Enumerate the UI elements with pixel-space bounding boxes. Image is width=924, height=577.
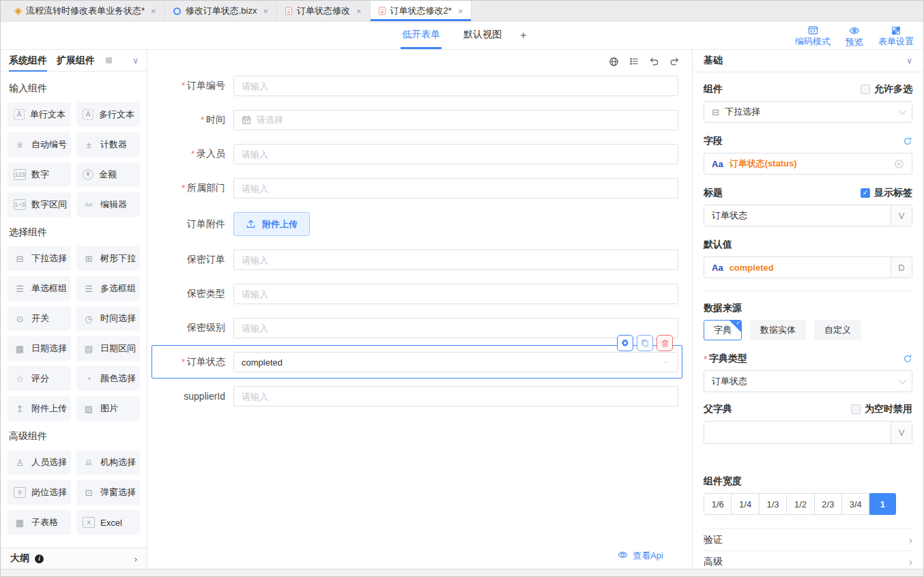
width-option[interactable]: 1/2 (786, 494, 813, 514)
width-option[interactable]: 1 (869, 493, 896, 515)
window-tab[interactable]: 流程流转时修改表单业务状态*× (7, 1, 165, 21)
refresh-icon[interactable] (903, 354, 912, 364)
checkbox-icon (851, 404, 861, 414)
preview-button[interactable]: 预览 (846, 25, 863, 46)
field-control: 请选择 (233, 110, 678, 130)
close-tab-icon[interactable]: × (263, 6, 268, 16)
palette-item[interactable]: ☰单选框组 (8, 276, 71, 301)
add-view-button[interactable]: + (520, 22, 526, 49)
window-tab[interactable]: 修改订单状态.bizx× (165, 1, 277, 21)
outline-icon[interactable] (629, 57, 639, 66)
text-input[interactable] (233, 386, 678, 406)
dynamic-button[interactable]: D (891, 257, 912, 278)
redo-icon[interactable] (669, 57, 680, 67)
window-tab[interactable]: 订单状态修改2*× (371, 1, 472, 21)
palette-item[interactable]: ⊞树形下拉 (76, 246, 140, 271)
accordion-高级[interactable]: 高级› (704, 550, 912, 569)
width-option[interactable]: 3/4 (841, 494, 869, 514)
palette-item[interactable]: ☰多选框组 (76, 276, 140, 301)
datasource-tab[interactable]: 字典 (704, 320, 742, 340)
globe-icon[interactable] (609, 57, 619, 67)
palette-item[interactable]: ☆评分 (8, 366, 71, 391)
palette-item[interactable]: A单行文本 (8, 102, 71, 127)
window-tab[interactable]: 订单状态修改× (277, 1, 371, 21)
palette-item[interactable]: 品机构选择 (76, 450, 140, 475)
field-label-text: 时间 (206, 114, 225, 125)
field-control (233, 76, 678, 96)
show-label-checkbox[interactable]: 显示标签 (861, 187, 912, 199)
width-option[interactable]: 2/3 (814, 494, 841, 514)
disable-when-empty-checkbox[interactable]: 为空时禁用 (851, 403, 912, 415)
palette-item[interactable]: ±计数器 (76, 132, 140, 157)
accordion-验证[interactable]: 验证› (704, 529, 912, 550)
palette-item[interactable]: 1~3数字区间 (8, 192, 71, 217)
palette-item[interactable]: ↥附件上传 (8, 396, 71, 421)
preview-icon (849, 25, 860, 36)
palette-item[interactable]: XExcel (76, 510, 140, 535)
text-input[interactable] (233, 178, 678, 198)
select-input[interactable]: completed (233, 352, 678, 372)
default-value-input[interactable]: Aa completed (704, 257, 891, 278)
canvas-toolbar (147, 50, 692, 73)
delete-field-button[interactable] (656, 335, 673, 351)
palette-item[interactable]: ♙人员选择 (8, 450, 71, 475)
refresh-icon[interactable] (903, 136, 912, 146)
palette-item[interactable]: ⊟下拉选择 (8, 246, 71, 271)
clear-icon[interactable] (894, 159, 904, 169)
field-settings-button[interactable] (617, 335, 633, 351)
width-option[interactable]: 1/6 (704, 494, 731, 514)
tab-extension-components[interactable]: 扩展组件 (57, 50, 95, 72)
palette-item[interactable]: ¥金额 (76, 162, 140, 187)
palette-item[interactable]: ⊡弹窗选择 (76, 480, 140, 505)
close-tab-icon[interactable]: × (356, 6, 362, 16)
palette-item[interactable]: ◔颜色选择 (76, 366, 140, 391)
palette-item[interactable]: 8岗位选择 (8, 480, 71, 505)
text-input[interactable] (233, 76, 678, 96)
variable-button[interactable]: V (891, 421, 912, 443)
chevron-down-icon[interactable]: ∨ (132, 56, 139, 65)
palette-item[interactable]: ▦子表格 (8, 510, 71, 535)
chevron-down-icon (662, 358, 670, 366)
subtable-icon: ▦ (14, 517, 26, 528)
view-tab-inactive[interactable]: 默认视图 (462, 22, 503, 49)
properties-body: 组件 允许多选 ⊟ 下拉选择 字段 Aa 订单状态( (693, 72, 923, 569)
form-settings-button[interactable]: 表单设置 (878, 26, 914, 46)
tab-system-components[interactable]: 系统组件 (9, 50, 47, 72)
outline-toggle[interactable]: 大纲 i › (1, 548, 147, 569)
dict-type-select[interactable]: 订单状态 (704, 370, 912, 392)
field-label-text: 保密级别 (187, 322, 225, 333)
text-input[interactable] (233, 318, 678, 338)
width-option[interactable]: 1/3 (759, 494, 786, 514)
date-picker-input[interactable]: 请选择 (233, 110, 678, 130)
text-input[interactable] (233, 144, 678, 164)
close-tab-icon[interactable]: × (458, 6, 463, 16)
text-input[interactable] (233, 250, 678, 270)
palette-item[interactable]: ⊙开关 (8, 306, 71, 331)
copy-field-button[interactable] (637, 335, 653, 351)
text-input[interactable] (233, 284, 678, 304)
datasource-tab[interactable]: 自定义 (814, 320, 861, 340)
component-type-select[interactable]: ⊟ 下拉选择 (704, 101, 912, 123)
close-tab-icon[interactable]: × (151, 6, 156, 16)
palette-item[interactable]: #自动编号 (8, 132, 71, 157)
palette-item[interactable]: A多行文本 (76, 102, 140, 127)
datasource-tab[interactable]: 数据实体 (750, 320, 806, 340)
palette-item[interactable]: ▦日期选择 (8, 336, 71, 361)
palette-item[interactable]: ▤日期区间 (76, 336, 140, 361)
view-api-link[interactable]: 查看Api (147, 543, 692, 569)
title-input[interactable]: 订单状态 (704, 205, 891, 226)
palette-item[interactable]: ▨图片 (76, 396, 140, 421)
undo-icon[interactable] (649, 57, 659, 67)
palette-item[interactable]: ◷时间选择 (76, 306, 140, 331)
field-binding-box[interactable]: Aa 订单状态(status) (704, 153, 912, 175)
view-tab-active[interactable]: 低开表单 (401, 22, 442, 49)
properties-header[interactable]: 基础 ∨ (693, 50, 923, 72)
palette-item[interactable]: 123数字 (8, 162, 71, 187)
attachment-upload-button[interactable]: 附件上传 (233, 212, 310, 236)
allow-multi-checkbox[interactable]: 允许多选 (861, 83, 912, 95)
width-option[interactable]: 1/4 (731, 494, 758, 514)
palette-item[interactable]: A≡编辑器 (76, 192, 140, 217)
variable-button[interactable]: V (891, 205, 912, 226)
code-mode-button[interactable]: 编码模式 (795, 25, 831, 46)
parent-dict-input[interactable] (704, 421, 891, 443)
